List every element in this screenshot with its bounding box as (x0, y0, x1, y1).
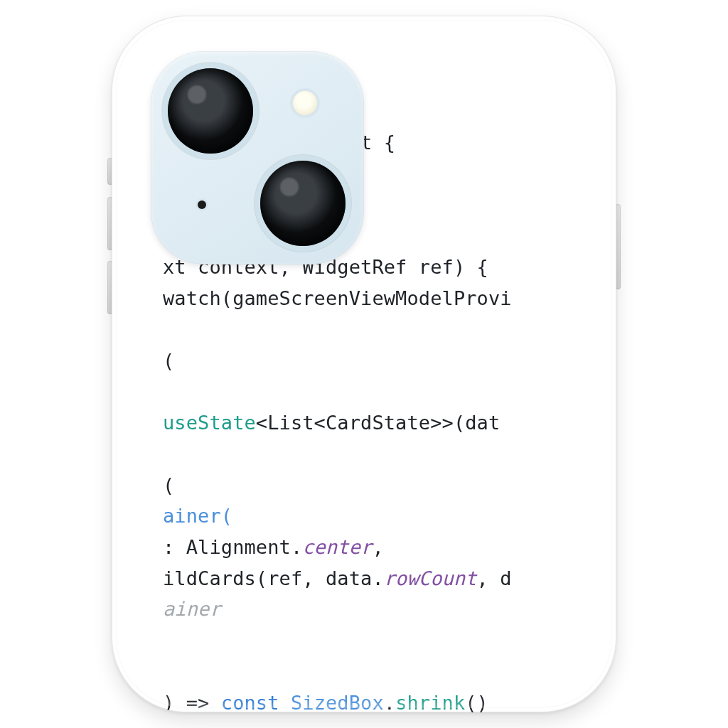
phone-case: .c Ho lget { .ke xt context, WidgetRef r… (112, 16, 616, 712)
code-token: const (221, 692, 279, 712)
code-token: ) => (163, 692, 221, 712)
code-token: () (465, 692, 488, 712)
code-token: : Alignment. (163, 536, 302, 558)
code-token: ainer( (163, 505, 232, 527)
code-token: , d (477, 567, 512, 589)
camera-lens-icon (260, 161, 346, 246)
code-token: ildCards(ref, data. (163, 567, 384, 589)
code-token: . (384, 692, 395, 712)
flash-icon (293, 91, 317, 115)
code-token: SizedBox (291, 692, 384, 712)
code-token: watch(gameScreenViewModelProvi (163, 287, 512, 309)
code-token: useState (163, 412, 256, 434)
camera-lens-icon (168, 68, 253, 154)
code-token (279, 692, 291, 712)
code-token: ( (163, 350, 174, 372)
code-token: ainer (163, 598, 221, 620)
product-shot: .c Ho lget { .ke xt context, WidgetRef r… (112, 16, 616, 712)
code-token: shrink (395, 692, 465, 712)
mic-icon (198, 200, 206, 209)
code-token: rowCount (384, 567, 477, 589)
camera-module (151, 51, 364, 264)
code-token: ( (163, 474, 174, 496)
code-token: <List<CardState>>(dat (256, 412, 500, 434)
code-token: center (302, 536, 372, 558)
code-token: , (372, 536, 383, 558)
